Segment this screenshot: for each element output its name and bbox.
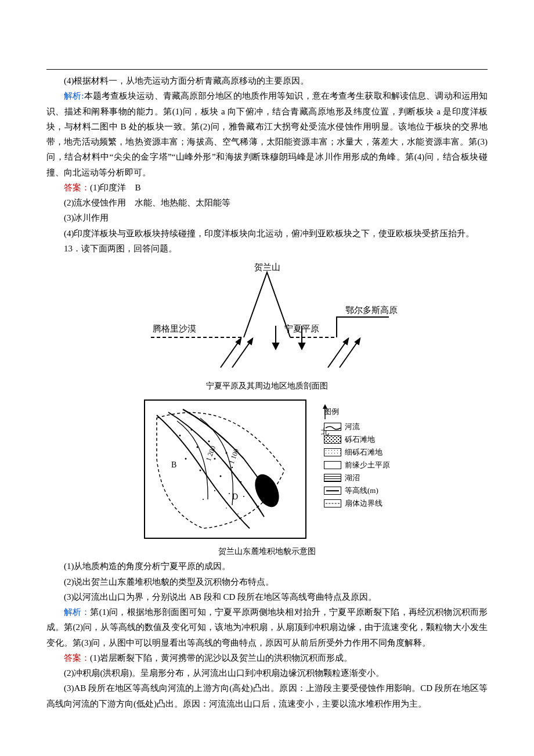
legend-boundary-label: 扇体边界线 xyxy=(345,497,383,510)
map-container: 1 200 1 100 B D 北 xyxy=(144,399,306,539)
legend-marsh: 湖沼 xyxy=(324,471,390,484)
svg-point-20 xyxy=(200,469,201,471)
svg-point-30 xyxy=(237,513,239,514)
answer-12-line2: (2)流水侵蚀作用 水能、地热能、太阳能等 xyxy=(46,195,488,210)
svg-marker-33 xyxy=(323,404,327,409)
legend-fine-label: 细砾石滩地 xyxy=(345,446,383,459)
analysis-13: 解析：第(1)问，根据地形剖面图可知，宁夏平原两侧地块相对抬升，宁夏平原断裂下陷… xyxy=(46,604,488,650)
q13-sub3: (3)以河流出山口为界，分别说出 AB 段和 CD 段所在地区等高线弯曲特点及原… xyxy=(46,589,488,604)
svg-point-28 xyxy=(203,499,204,500)
map-caption: 贺兰山东麓堆积地貌示意图 xyxy=(46,545,488,559)
label-right: 鄂尔多斯高原 xyxy=(345,305,398,315)
legend-river-label: 河流 xyxy=(345,420,360,433)
swatch-contour xyxy=(324,487,341,495)
north-indicator: 北 xyxy=(320,403,330,440)
q4-text: (4)根据材料一，从地壳运动方面分析青藏高原移动的主要原因。 xyxy=(64,76,309,85)
alluvial-fan-map: 1 200 1 100 B D xyxy=(144,399,306,539)
svg-marker-9 xyxy=(299,343,305,349)
map-figure-row: 1 200 1 100 B D 北 图例 河流 砾石滩地 细砾石滩地 前缘少土平… xyxy=(46,399,488,539)
label-mountain: 贺兰山 xyxy=(254,262,280,272)
svg-point-29 xyxy=(226,507,227,509)
answer-12-line3: (3)冰川作用 xyxy=(46,210,488,225)
svg-point-19 xyxy=(214,458,216,459)
map-legend: 图例 河流 砾石滩地 细砾石滩地 前缘少土平原 湖沼 等高线(m) 扇体边界线 xyxy=(324,399,390,510)
svg-point-23 xyxy=(232,467,233,468)
swatch-river xyxy=(324,423,341,431)
contour-1100: 1 100 xyxy=(228,448,240,465)
question-4-continued: (4)根据材料一，从地壳运动方面分析青藏高原移动的主要原因。 xyxy=(46,73,488,88)
legend-gravel-label: 砾石滩地 xyxy=(345,433,375,446)
analysis-13-label: 解析： xyxy=(64,607,90,617)
answer-blank-line xyxy=(46,58,488,70)
legend-plain-label: 前缘少土平原 xyxy=(345,459,390,471)
map-svg: 1 200 1 100 B D xyxy=(145,401,305,538)
legend-gravel: 砾石滩地 xyxy=(324,433,390,446)
label-left: 腾格里沙漠 xyxy=(153,324,196,333)
svg-point-26 xyxy=(243,496,244,497)
q13-sub2: (2)说出贺兰山东麓堆积地貌的类型及沉积物分布特点。 xyxy=(46,574,488,589)
legend-contour-label: 等高线(m) xyxy=(345,484,378,497)
contour-1200: 1 200 xyxy=(204,445,217,462)
svg-point-17 xyxy=(185,458,187,459)
profile-svg: 贺兰山 腾格里沙漠 宁夏平原 鄂尔多斯高原 xyxy=(128,262,406,372)
answer-13-line3: (3)AB 段所在地区等高线向河流的上游方向(高处)凸出。原因：上游段主要受侵蚀… xyxy=(46,681,488,711)
swatch-boundary xyxy=(324,499,341,507)
svg-marker-7 xyxy=(273,343,279,349)
swatch-fine xyxy=(324,448,341,456)
answer-label: 答案： xyxy=(64,183,90,192)
q13-sub1: (1)从地质构造的角度分析宁夏平原的成因。 xyxy=(46,559,488,574)
legend-river: 河流 xyxy=(324,420,390,433)
svg-point-22 xyxy=(220,475,222,477)
legend-boundary: 扇体边界线 xyxy=(324,497,390,510)
analysis-body: 本题考查板块运动、青藏高原部分地区的地质作用等知识，意在考查考生获取和解读信息、… xyxy=(46,91,488,177)
swatch-marsh xyxy=(324,474,341,482)
point-B: B xyxy=(171,460,176,469)
svg-point-14 xyxy=(179,434,181,436)
legend-fine: 细砾石滩地 xyxy=(324,446,390,459)
answer-13-label: 答案： xyxy=(64,653,90,663)
answer-12-line1: 答案：(1)印度洋 B xyxy=(46,180,488,195)
svg-point-31 xyxy=(250,470,284,511)
ans-13-1: (1)岩层断裂下陷，黄河携带的泥沙以及贺兰山的洪积物沉积而形成。 xyxy=(90,653,353,663)
swatch-plain xyxy=(324,461,341,469)
answer-13-line2: (2)冲积扇(洪积扇)。呈扇形分布，从河流出山口到冲积扇边缘沉积物颗粒逐渐变小。 xyxy=(46,665,488,681)
analysis-12: 解析:本题考查板块运动、青藏高原部分地区的地质作用等知识，意在考查考生获取和解读… xyxy=(46,88,488,180)
svg-point-18 xyxy=(208,440,210,442)
analysis-13-body: 第(1)问，根据地形剖面图可知，宁夏平原两侧地块相对抬升，宁夏平原断裂下陷，再经… xyxy=(46,607,488,647)
question-13-prompt: 13．读下面两图，回答问题。 xyxy=(46,241,488,256)
analysis-label: 解析: xyxy=(64,91,84,100)
answer-12-line4: (4)印度洋板块与亚欧板块持续碰撞，印度洋板块向北运动，俯冲到亚欧板块之下，使亚… xyxy=(46,226,488,241)
profile-caption: 宁夏平原及其周边地区地质剖面图 xyxy=(46,379,488,394)
legend-title: 图例 xyxy=(324,405,390,418)
legend-contour: 等高线(m) xyxy=(324,484,390,497)
profile-figure: 贺兰山 腾格里沙漠 宁夏平原 鄂尔多斯高原 宁夏平原及其周边地区地质剖面图 xyxy=(46,262,488,394)
svg-point-25 xyxy=(229,493,230,494)
legend-marsh-label: 湖沼 xyxy=(345,471,360,484)
point-D: D xyxy=(232,492,238,501)
answer-13-line1: 答案：(1)岩层断裂下陷，黄河携带的泥沙以及贺兰山的洪积物沉积而形成。 xyxy=(46,650,488,665)
ans-12-1: (1)印度洋 B xyxy=(90,183,141,192)
legend-plain: 前缘少土平原 xyxy=(324,459,390,471)
svg-point-27 xyxy=(214,490,215,491)
